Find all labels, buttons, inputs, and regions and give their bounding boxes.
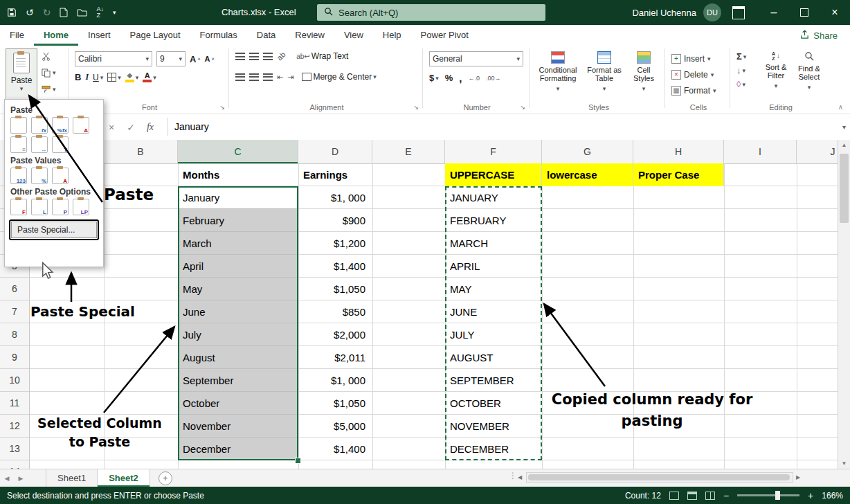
align-right-button[interactable] xyxy=(263,73,273,81)
new-file-icon[interactable] xyxy=(60,8,68,17)
normal-view-icon[interactable] xyxy=(669,492,679,500)
merge-center-button[interactable]: Merge & Center▾ xyxy=(302,72,376,82)
autosum-button[interactable]: Σ▾ xyxy=(736,50,746,63)
borders-button[interactable]: ▾ xyxy=(107,73,121,82)
cell-uppercase-header[interactable]: UPPERCASE xyxy=(445,163,542,186)
cell-upper[interactable]: MAY xyxy=(445,278,542,300)
hscroll-left-icon[interactable]: ◀ xyxy=(518,472,522,483)
cell-styles-button[interactable]: Cell Styles▾ xyxy=(629,48,659,93)
insert-function-icon[interactable]: fx xyxy=(141,114,159,140)
clear-button[interactable]: ◊▾ xyxy=(736,78,745,91)
cell-month[interactable]: October xyxy=(178,392,298,415)
cell-upper[interactable]: JULY xyxy=(445,323,542,346)
increase-indent-button[interactable]: ⇥ xyxy=(287,73,293,82)
horizontal-scrollbar-thumb[interactable] xyxy=(528,474,790,480)
tab-scroll-left-icon[interactable]: ◀ xyxy=(0,475,14,482)
paste-icon[interactable] xyxy=(10,117,27,134)
tabbar-splitter[interactable]: ⋮ xyxy=(509,471,517,480)
zoom-level[interactable]: 166% xyxy=(822,491,843,501)
copy-button[interactable]: ▾ xyxy=(42,66,56,79)
cell-month[interactable]: March xyxy=(178,232,298,255)
cell-earning[interactable]: $1,400 xyxy=(298,438,372,460)
row-header[interactable]: 11 xyxy=(0,392,29,415)
cell-earning[interactable]: $2,000 xyxy=(298,323,372,346)
sort-icon[interactable]: A↓Z xyxy=(96,6,104,19)
underline-button[interactable]: U▾ xyxy=(93,73,103,82)
fill-handle[interactable] xyxy=(295,458,301,464)
insert-cells-button[interactable]: + Insert▾ xyxy=(671,51,711,66)
font-dialog-launcher-icon[interactable]: ↘ xyxy=(219,104,225,111)
cell-earning[interactable]: $1,400 xyxy=(298,255,372,278)
percent-style-button[interactable]: % xyxy=(445,73,453,83)
column-header-c[interactable]: C xyxy=(178,140,298,163)
bold-button[interactable]: B xyxy=(75,72,81,82)
cell-months-header[interactable]: Months xyxy=(178,163,298,186)
ribbon-display-options-icon[interactable] xyxy=(732,6,745,19)
user-name[interactable]: Daniel Uchenna xyxy=(632,8,696,18)
cell-earning[interactable]: $1,200 xyxy=(298,232,372,255)
font-size-select[interactable]: 9▾ xyxy=(156,51,186,66)
increase-font-size-button[interactable]: A˄ xyxy=(190,54,200,64)
italic-button[interactable]: I xyxy=(85,72,89,82)
paste-transpose-icon[interactable] xyxy=(52,136,69,153)
minimize-button[interactable]: – xyxy=(759,0,789,25)
wrap-text-button[interactable]: ab↩ Wrap Text xyxy=(296,51,348,61)
cell-earning[interactable]: $850 xyxy=(298,300,372,323)
paste-link-icon[interactable] xyxy=(31,199,48,215)
font-color-button[interactable]: A▾ xyxy=(143,72,156,82)
number-format-select[interactable]: General▾ xyxy=(429,51,523,66)
tab-help[interactable]: Help xyxy=(373,25,411,46)
cell-upper[interactable]: SEPTEMBER xyxy=(445,369,542,392)
tab-home[interactable]: Home xyxy=(34,25,78,46)
row-header[interactable]: 6 xyxy=(0,278,29,300)
row-header[interactable]: 10 xyxy=(0,369,29,392)
decrease-decimal-button[interactable]: .00→ xyxy=(486,75,501,82)
cell-earning[interactable]: $2,011 xyxy=(298,346,372,369)
cell-earnings-header[interactable]: Earnings xyxy=(298,163,372,186)
cell-earning[interactable]: $1,050 xyxy=(298,392,372,415)
decrease-font-size-button[interactable]: A˅ xyxy=(204,55,214,63)
column-header-e[interactable]: E xyxy=(372,140,445,163)
font-name-select[interactable]: Calibri▾ xyxy=(75,51,152,66)
align-middle-button[interactable] xyxy=(249,53,259,60)
vscroll-down-icon[interactable]: ▼ xyxy=(838,460,850,467)
share-button[interactable]: Share xyxy=(800,25,838,46)
row-header[interactable]: 9 xyxy=(0,346,29,369)
fill-button[interactable]: ↓▾ xyxy=(736,64,745,77)
save-icon[interactable] xyxy=(7,8,17,17)
increase-decimal-button[interactable]: ←.0 xyxy=(469,75,480,82)
column-header-i[interactable]: I xyxy=(724,140,797,163)
cut-button[interactable] xyxy=(42,50,56,62)
cell-upper[interactable]: OCTOBER xyxy=(445,392,542,415)
paste-dropdown-chevron-icon[interactable]: ▾ xyxy=(20,85,24,92)
new-sheet-button[interactable]: + xyxy=(159,471,172,485)
cell-upper[interactable]: AUGUST xyxy=(445,346,542,369)
open-folder-icon[interactable] xyxy=(77,8,87,17)
cell-upper[interactable]: DECEMBER xyxy=(445,438,542,460)
cell-month[interactable]: December xyxy=(178,438,298,460)
align-left-button[interactable] xyxy=(235,73,245,81)
comma-style-button[interactable]: , xyxy=(459,72,462,84)
paste-keep-source-formatting-icon[interactable] xyxy=(73,117,89,134)
sheet-tab-sheet2[interactable]: Sheet2 xyxy=(98,469,150,487)
hscroll-right-icon[interactable]: ▶ xyxy=(796,472,800,483)
search-box[interactable]: Search (Alt+Q) xyxy=(317,4,545,21)
cancel-icon[interactable]: × xyxy=(102,114,120,140)
cell-month[interactable]: May xyxy=(178,278,298,300)
cell-earning[interactable]: $900 xyxy=(298,209,372,232)
tab-page-layout[interactable]: Page Layout xyxy=(120,25,190,46)
paste-values-source-formatting-icon[interactable] xyxy=(52,168,69,184)
cell-month[interactable]: November xyxy=(178,415,298,438)
find-select-button[interactable]: Find & Select▾ xyxy=(795,48,824,91)
cell-month[interactable]: June xyxy=(178,300,298,323)
paste-keep-column-widths-icon[interactable] xyxy=(31,136,48,153)
cell-upper[interactable]: NOVEMBER xyxy=(445,415,542,438)
cell-upper[interactable]: JANUARY xyxy=(445,186,542,209)
orientation-button[interactable]: ab xyxy=(275,50,287,62)
column-header-f[interactable]: F xyxy=(445,140,542,163)
conditional-formatting-button[interactable]: Conditional Formatting▾ xyxy=(536,48,580,93)
cell-propercase-header[interactable]: Proper Case xyxy=(633,163,724,186)
vertical-scrollbar[interactable]: ▲ ▼ xyxy=(838,140,850,469)
cell-earning[interactable]: $1,050 xyxy=(298,278,372,300)
paste-formulas-icon[interactable] xyxy=(31,117,48,134)
